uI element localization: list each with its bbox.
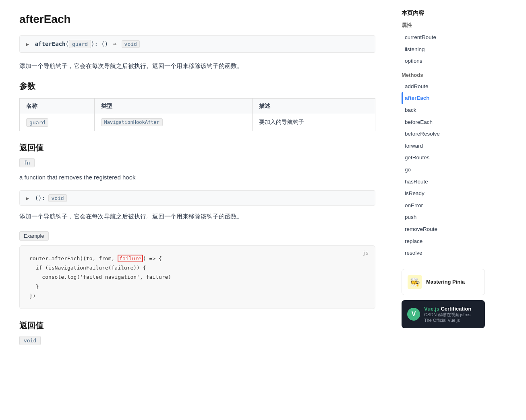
ad-title-pinia: Mastering Pinia <box>426 279 465 285</box>
sidebar-item-addRoute[interactable]: addRoute <box>402 80 485 93</box>
sidebar: 本页内容 属性 currentRoute listening options M… <box>395 0 491 369</box>
code-line-1: router.afterEach((to, from, failure) => … <box>29 254 365 263</box>
sidebar-item-getRoutes[interactable]: getRoutes <box>402 152 485 164</box>
description-1: 添加一个导航钩子，它会在每次导航之后被执行。返回一个用来移除该钩子的函数。 <box>19 61 375 71</box>
return-desc-1: a function that removes the registered h… <box>19 172 375 183</box>
params-title: 参数 <box>19 81 375 92</box>
code-lang: js <box>363 249 369 258</box>
sidebar-item-forward[interactable]: forward <box>402 140 485 152</box>
sidebar-item-removeRoute[interactable]: removeRoute <box>402 223 485 235</box>
sidebar-section-title: 本页内容 <box>402 10 485 17</box>
void-type: void <box>48 194 66 202</box>
return-badge-2: void <box>19 336 41 345</box>
expand-icon[interactable]: ▶ <box>26 41 29 47</box>
main-content: afterEach ▶ afterEach(guard): () ⇒ void … <box>0 0 395 369</box>
sig-return-type: void <box>122 40 140 48</box>
sidebar-item-onError[interactable]: onError <box>402 200 485 212</box>
sidebar-item-afterEach[interactable]: afterEach <box>402 92 485 104</box>
table-row: guard NavigationHookAfter 要加入的导航钩子 <box>20 114 375 131</box>
sidebar-item-beforeEach[interactable]: beforeEach <box>402 116 485 128</box>
ad-sub-vue: CSDN @猫在视角jsImsThe Official Vue.js <box>424 312 471 323</box>
page-title: afterEach <box>19 13 375 26</box>
sidebar-item-options[interactable]: options <box>402 55 485 67</box>
sig-param: guard <box>69 40 91 48</box>
sidebar-item-listening[interactable]: listening <box>402 43 485 56</box>
params-table: 名称 类型 描述 guard NavigationHookAfter 要加入的导… <box>19 98 375 131</box>
sidebar-item-currentRoute[interactable]: currentRoute <box>402 31 485 43</box>
ad-icon-vue: V <box>407 308 420 321</box>
code-line-4: } <box>29 282 365 291</box>
sidebar-item-isReady[interactable]: isReady <box>402 187 485 200</box>
param-type: NavigationHookAfter <box>101 118 163 126</box>
sidebar-item-go[interactable]: go <box>402 164 485 176</box>
expand-icon-2[interactable]: ▶ <box>26 196 29 201</box>
ad-card-vuejs[interactable]: V Vue.js Certification CSDN @猫在视角jsImsTh… <box>402 300 485 328</box>
description-2: 添加一个导航钩子，它会在每次导航之后被执行。返回一个用来移除该钩子的函数。 <box>19 211 375 222</box>
code-line-2: if (isNavigationFailure(failure)) { <box>29 263 365 272</box>
ad-icon-pinia: 🧑‍🍳 <box>408 275 422 289</box>
sig-name: afterEach <box>35 41 66 47</box>
code-line-5: }) <box>29 291 365 301</box>
param-name: guard <box>26 118 48 127</box>
signature-block: ▶ afterEach(guard): () ⇒ void <box>19 35 375 53</box>
return-title-2: 返回值 <box>19 320 375 331</box>
return-title-1: 返回值 <box>19 142 375 153</box>
sidebar-item-beforeResolve[interactable]: beforeResolve <box>402 128 485 140</box>
sidebar-item-back[interactable]: back <box>402 104 485 116</box>
col-header-type: 类型 <box>94 98 252 114</box>
highlight-failure: failure <box>118 255 143 262</box>
ad-title-vue: Vue.js Certification <box>424 306 471 312</box>
sidebar-item-replace[interactable]: replace <box>402 235 485 247</box>
sidebar-properties-title: 属性 <box>402 22 485 29</box>
ad-content-vue: Vue.js Certification CSDN @猫在视角jsImsThe … <box>424 306 471 323</box>
col-header-name: 名称 <box>20 98 95 114</box>
ad-card-pinia[interactable]: 🧑‍🍳 Mastering Pinia <box>402 269 485 295</box>
sidebar-methods-title: Methods <box>402 72 485 78</box>
sidebar-item-hasRoute[interactable]: hasRoute <box>402 176 485 188</box>
sidebar-item-resolve[interactable]: resolve <box>402 247 485 259</box>
ad-title-text: Mastering Pinia <box>426 279 465 285</box>
param-desc: 要加入的导航钩子 <box>252 114 375 131</box>
return-badge-1: fn <box>19 158 35 167</box>
sidebar-item-push[interactable]: push <box>402 211 485 223</box>
sig-arrow: ⇒ <box>113 41 116 47</box>
code-line-3: console.log('failed navigation', failure… <box>29 272 365 282</box>
code-block: js router.afterEach((to, from, failure) … <box>19 245 375 309</box>
void-signature: ▶ (): void <box>19 190 375 206</box>
example-label: Example <box>19 231 49 241</box>
col-header-desc: 描述 <box>252 98 375 114</box>
